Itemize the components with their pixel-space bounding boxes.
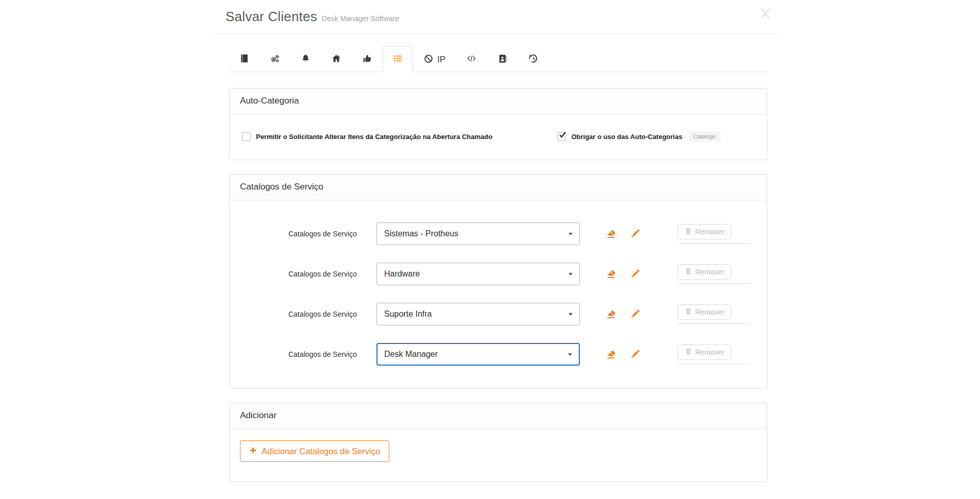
edit-button[interactable] [630,268,641,280]
title-wrap: Salvar Clientes Desk Manager Software [226,9,399,25]
close-icon [759,7,772,22]
catalog-row: Catalogos de Serviço Sistemas - Protheus [230,222,767,245]
thumbs-up-icon [362,54,372,66]
auto-categoria-panel: Auto-Categoria Permitir o Solicitante Al… [229,88,767,160]
history-icon [528,54,539,66]
eraser-icon [606,267,617,281]
obrigar-checkbox-group: Obrigar o uso das Auto-Categorias Catalo… [557,131,720,142]
catalog-row-label: Catalogos de Serviço [230,270,357,278]
catalogos-title: Catalogos de Serviço [230,175,767,200]
tab-notifications[interactable] [290,46,321,72]
catalog-select-value: Desk Manager [384,350,438,359]
trash-icon [684,227,692,236]
ban-icon [423,54,434,66]
close-button[interactable] [758,7,772,22]
remove-button-label: Remover [695,228,725,236]
plus-icon [249,446,257,456]
remove-button-label: Remover [695,308,725,316]
tab-catalogs-active[interactable] [383,46,413,72]
remover-wrap: Remover [678,345,751,364]
add-catalog-button-label: Adicionar Catalogos de Serviço [262,446,380,456]
permitir-checkbox[interactable] [242,132,251,141]
modal-content: IP Auto-Categoria [214,46,783,482]
clear-button[interactable] [606,348,617,361]
tab-ip[interactable]: IP [413,46,456,72]
catalogos-panel: Catalogos de Serviço Catalogos de Serviç… [229,174,767,389]
address-book-icon [497,54,508,66]
tab-likes[interactable] [352,46,383,72]
obrigar-checkbox[interactable] [557,132,566,141]
trash-icon [684,348,692,357]
remover-wrap: Remover [678,224,751,244]
adicionar-panel: Adicionar Adicionar Catalogos de Serviço [229,403,767,482]
remove-button[interactable]: Remover [678,345,731,360]
catalogos-body: Catalogos de Serviço Sistemas - Protheus [230,200,767,388]
tab-code[interactable] [456,46,487,72]
remove-button[interactable]: Remover [678,304,731,320]
catalog-select-value: Suporte Infra [384,309,432,319]
clear-button[interactable] [606,267,617,281]
tab-ip-label: IP [437,55,445,65]
list-icon [393,54,403,65]
chevron-down-icon [569,273,573,276]
auto-categoria-title: Auto-Categoria [230,89,767,114]
add-catalog-button[interactable]: Adicionar Catalogos de Serviço [240,440,389,462]
code-icon [466,53,477,66]
pencil-icon [630,228,641,240]
chevron-down-icon [569,233,573,235]
catalog-row: Catalogos de Serviço Suporte Infra [230,303,767,325]
chevron-down-icon [569,313,573,316]
permitir-checkbox-group: Permitir o Solicitante Alterar Itens da … [242,132,492,141]
remove-button[interactable]: Remover [678,224,731,239]
catalog-row-label: Catalogos de Serviço [230,310,357,318]
catalog-select[interactable]: Sistemas - Protheus [376,222,580,245]
trash-icon [684,267,692,277]
eraser-icon [606,348,617,361]
catalog-row: Catalogos de Serviço Hardware [230,263,767,285]
tab-book[interactable] [229,46,260,72]
adicionar-body: Adicionar Catalogos de Serviço [230,429,767,481]
catalog-select-value: Hardware [384,269,420,279]
pencil-icon [630,348,641,360]
tab-bar: IP [229,46,767,72]
tab-settings[interactable] [260,46,290,72]
cogs-icon [270,54,280,66]
salvar-clientes-modal: Salvar Clientes Desk Manager Software [214,0,783,482]
bell-icon [301,54,311,65]
clear-button[interactable] [606,307,617,321]
tab-history[interactable] [518,46,549,72]
catalogo-badge: Catalogo [689,131,720,142]
book-icon [239,54,249,65]
catalog-row: Catalogos de Serviço Desk Manager [230,343,767,366]
chevron-down-icon [568,353,572,356]
remove-button-label: Remover [695,268,725,276]
remover-wrap: Remover [678,304,751,324]
catalog-row-label: Catalogos de Serviço [230,350,357,358]
pencil-icon [630,268,641,280]
clear-button[interactable] [606,227,617,240]
edit-button[interactable] [630,348,641,360]
catalog-row-label: Catalogos de Serviço [230,230,357,238]
eraser-icon [606,307,617,321]
check-icon [559,131,566,139]
tab-contacts[interactable] [487,46,518,72]
tab-home[interactable] [321,46,352,72]
edit-button[interactable] [630,228,641,240]
catalog-select-focused[interactable]: Desk Manager [376,343,580,366]
permitir-checkbox-label: Permitir o Solicitante Alterar Itens da … [256,133,492,141]
modal-header: Salvar Clientes Desk Manager Software [214,0,783,34]
home-icon [331,54,341,66]
remover-wrap: Remover [678,264,751,284]
auto-categoria-body: Permitir o Solicitante Alterar Itens da … [230,114,767,160]
catalog-select[interactable]: Hardware [376,263,580,285]
remove-button[interactable]: Remover [678,264,731,280]
trash-icon [684,307,692,317]
remove-button-label: Remover [695,348,725,356]
obrigar-checkbox-label: Obrigar o uso das Auto-Categorias [571,133,682,141]
edit-button[interactable] [630,308,641,320]
page-subtitle: Desk Manager Software [322,14,399,23]
adicionar-title: Adicionar [230,403,767,429]
eraser-icon [606,227,617,240]
catalog-select[interactable]: Suporte Infra [376,303,580,325]
pencil-icon [630,308,641,320]
